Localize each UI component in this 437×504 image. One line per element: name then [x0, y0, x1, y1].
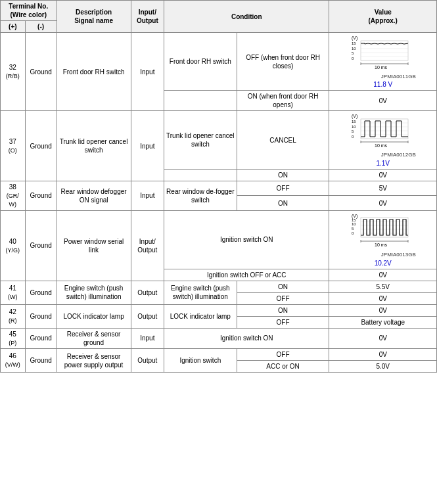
cond-sub-32-2	[164, 91, 237, 111]
value-37-2: 0V	[329, 169, 437, 181]
value-label-32: 11.8 V	[350, 80, 416, 89]
io-42: Output	[131, 304, 164, 328]
cond-detail-42-1: ON	[237, 304, 329, 316]
value-46-2: 5.0V	[329, 361, 437, 373]
cond-detail-42-2: OFF	[237, 316, 329, 328]
value-46-1: 0V	[329, 349, 437, 361]
io-45: Input	[131, 328, 164, 349]
signal-46: Receiver & sensor power supply output	[57, 349, 131, 373]
header-minus: (-)	[25, 21, 57, 33]
svg-text:10 ms: 10 ms	[375, 65, 388, 70]
value-42-2: Battery voltage	[329, 316, 437, 328]
cond-sub-37-1: Trunk lid opener cancel switch	[164, 111, 237, 169]
signal-45: Receiver & sensor ground	[57, 328, 131, 349]
terminal-plus-46: 46(V/W)	[1, 349, 26, 373]
cond-sub-37-2	[164, 169, 237, 181]
cond-40-1: Ignition switch ON	[164, 211, 329, 269]
terminal-minus-38: Ground	[25, 181, 57, 210]
io-40: Input/ Output	[131, 211, 164, 281]
cond-detail-32-1: OFF (when front door RH closes)	[237, 33, 329, 91]
value-40-2: 0V	[329, 269, 437, 281]
svg-text:5: 5	[352, 129, 354, 133]
cond-sub-42: LOCK indicator lamp	[164, 304, 237, 328]
terminal-minus-40: Ground	[25, 211, 57, 281]
value-40-1: (V) 15 10 5 0	[329, 211, 437, 269]
io-37: Input	[131, 111, 164, 181]
cond-detail-32-2: ON (when front door RH opens)	[237, 91, 329, 111]
value-38-2: 0V	[329, 196, 437, 211]
svg-text:0: 0	[352, 135, 354, 139]
cond-detail-41-2: OFF	[237, 292, 329, 304]
value-label-40: 10.2V	[350, 259, 416, 267]
cond-detail-46-1: OFF	[237, 349, 329, 361]
svg-text:0: 0	[352, 231, 354, 235]
cond-detail-37-2: ON	[237, 169, 329, 181]
terminal-minus-42: Ground	[25, 304, 57, 328]
value-42-1: 0V	[329, 304, 437, 316]
svg-text:10: 10	[352, 47, 356, 51]
svg-text:10 ms: 10 ms	[375, 143, 388, 148]
chart-caption-32: JPMIA0011GB	[350, 74, 416, 80]
terminal-plus-40: 40(Y/G)	[1, 211, 26, 281]
terminal-minus-45: Ground	[25, 328, 57, 349]
signal-37: Trunk lid opener cancel switch	[57, 111, 131, 181]
table-row: 40(Y/G) Ground Power window serial link …	[1, 211, 437, 269]
cond-sub-32-1: Front door RH switch	[164, 33, 237, 91]
table-row: 38(GR/W) Ground Rear window defogger ON …	[1, 181, 437, 196]
table-row: 45(P) Ground Receiver & sensor ground In…	[1, 328, 437, 349]
terminal-plus-38: 38(GR/W)	[1, 181, 26, 210]
signal-42: LOCK indicator lamp	[57, 304, 131, 328]
header-condition: Condition	[164, 1, 329, 33]
value-41-2: 0V	[329, 292, 437, 304]
table-row: 41(W) Ground Engine switch (push switch)…	[1, 281, 437, 292]
table-row: 46(V/W) Ground Receiver & sensor power s…	[1, 349, 437, 361]
svg-text:(V): (V)	[352, 114, 357, 119]
svg-text:5: 5	[352, 227, 354, 231]
value-37-1: (V) 15 10 5 0	[329, 111, 437, 169]
cond-40-2: Ignition switch OFF or ACC	[164, 269, 329, 281]
terminal-plus-37: 37(O)	[1, 111, 26, 181]
signal-32: Front door RH switch	[57, 33, 131, 111]
cond-sub-38: Rear window de-fogger switch	[164, 181, 237, 210]
terminal-minus-46: Ground	[25, 349, 57, 373]
terminal-plus-45: 45(P)	[1, 328, 26, 349]
cond-detail-38-2: ON	[237, 196, 329, 211]
svg-text:(V): (V)	[352, 35, 357, 41]
svg-text:10: 10	[352, 222, 356, 226]
value-41-1: 5.5V	[329, 281, 437, 292]
header-input-output: Input/ Output	[131, 1, 164, 33]
table-row: 37(O) Ground Trunk lid opener cancel swi…	[1, 111, 437, 169]
cond-detail-41-1: ON	[237, 281, 329, 292]
svg-text:10 ms: 10 ms	[375, 242, 388, 247]
cond-detail-38-1: OFF	[237, 181, 329, 196]
svg-text:0: 0	[352, 57, 354, 60]
table-row: 42(R) Ground LOCK indicator lamp Output …	[1, 304, 437, 316]
chart-caption-37: JPMIA0012GB	[350, 152, 416, 158]
signal-38: Rear window defogger ON signal	[57, 181, 131, 210]
header-description: Description Signal name	[57, 1, 131, 33]
io-38: Input	[131, 181, 164, 210]
value-32-1: (V) 15 10 5 0	[329, 33, 437, 91]
signal-40: Power window serial link	[57, 211, 131, 281]
io-32: Input	[131, 33, 164, 111]
cond-45: Ignition switch ON	[164, 328, 329, 349]
value-label-37: 1.1V	[350, 159, 416, 168]
signal-41: Engine switch (push switch) illumination	[57, 281, 131, 304]
value-32-2: 0V	[329, 91, 437, 111]
terminal-plus-41: 41(W)	[1, 281, 26, 304]
chart-caption-40: JPMIA0013GB	[350, 252, 416, 258]
terminal-minus-37: Ground	[25, 111, 57, 181]
cond-detail-46-2: ACC or ON	[237, 361, 329, 373]
header-terminal-no: Terminal No. (Wire color)	[1, 1, 57, 21]
cond-detail-37-1: CANCEL	[237, 111, 329, 169]
svg-text:15: 15	[352, 120, 356, 124]
terminal-plus-42: 42(R)	[1, 304, 26, 328]
svg-rect-19	[361, 119, 408, 139]
svg-text:15: 15	[352, 41, 356, 45]
cond-sub-46: Ignition switch	[164, 349, 237, 373]
io-41: Output	[131, 281, 164, 304]
svg-text:5: 5	[352, 51, 354, 55]
value-45: 0V	[329, 328, 437, 349]
cond-sub-41: Engine switch (push switch) illumination	[164, 281, 237, 304]
terminal-plus-32: 32(R/B)	[1, 33, 26, 111]
